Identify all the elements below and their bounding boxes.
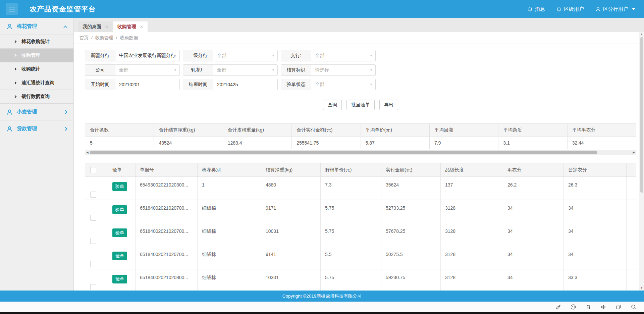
sidebar-item-cotton-purchase-stats[interactable]: 棉花收购统计 <box>0 35 73 49</box>
column-header: 结算净重(kg) <box>261 163 321 177</box>
table-row: 验单 65184002021020700... 细绒棉 10031 5.75 5… <box>85 223 636 246</box>
doc-no-cell: 65493002021020300... <box>136 177 198 200</box>
messages-nav[interactable]: 消息 <box>528 6 545 12</box>
settle-flag-select[interactable]: 请选择 <box>311 65 375 75</box>
column-header: 验单 <box>108 163 136 177</box>
row-checkbox[interactable] <box>90 284 96 290</box>
sub-branch-select[interactable]: 全部 <box>311 50 375 61</box>
trash-icon[interactable] <box>585 304 591 310</box>
close-icon[interactable]: ✕ <box>140 24 143 29</box>
filter-verify-status: 验单状态 全部 <box>281 79 376 90</box>
table-row: 验单 65184002021020700... 细绒棉 9171 5.75 52… <box>85 200 636 223</box>
current-user-menu[interactable]: 区分行用户 <box>595 6 635 12</box>
sidebar-group-label: 贷款管理 <box>17 125 37 132</box>
export-button[interactable]: 导出 <box>379 100 398 110</box>
filter-sub-branch: 支行: 全部 <box>281 50 376 61</box>
chevron-right-icon <box>14 95 16 98</box>
performance-icon[interactable] <box>570 304 576 310</box>
sidebar-item-purchase-management[interactable]: 收购管理 <box>0 49 73 62</box>
doc-no-cell: 65184002021020700... <box>136 246 198 269</box>
select-all-checkbox[interactable] <box>90 167 96 173</box>
breadcrumb-home[interactable]: 首页 <box>79 35 89 41</box>
user-icon <box>7 109 12 115</box>
lint-pct-cell: 34 <box>503 246 564 269</box>
scrollbar-thumb[interactable] <box>640 37 643 193</box>
chevron-right-icon <box>14 68 16 70</box>
second-branch-select[interactable]: 全部 <box>213 50 277 61</box>
filter-row-2: 公司 全部 轧花厂 全部 结算标识 请选择 <box>85 64 636 76</box>
breadcrumb-section[interactable]: 收购管理 <box>95 35 113 41</box>
cotton-type-cell: 细绒棉 <box>198 246 261 269</box>
sidebar-item-label: 棉花收购统计 <box>21 39 50 45</box>
sidebar-item-shuitong-stats-query[interactable]: 速汇通统计查询 <box>0 76 73 90</box>
sidebar-item-purchase-stats[interactable]: 收购统计 <box>0 62 73 76</box>
verify-button[interactable]: 验单 <box>112 205 127 214</box>
summary-value: 255541.75 <box>292 137 361 149</box>
copyright-text: Copyright ©2019新疆鼎博科技有限公司 <box>282 293 362 299</box>
rocket-icon[interactable] <box>555 304 561 310</box>
tab-purchase-management[interactable]: 收购管理 ✕ <box>113 21 148 32</box>
row-checkbox[interactable] <box>90 192 96 198</box>
menu-toggle-icon[interactable] <box>6 3 18 15</box>
filter-label: 支行: <box>281 50 311 61</box>
official-pct-cell: 26.3 <box>564 177 627 200</box>
sidebar-group-cotton[interactable]: 棉花管理 <box>0 18 73 35</box>
tab-label: 收购管理 <box>117 24 136 30</box>
scroll-right-icon[interactable]: ▶ <box>631 151 636 154</box>
sidebar-group-label: 棉花管理 <box>17 23 37 30</box>
row-checkbox[interactable] <box>90 238 96 244</box>
verify-button[interactable]: 验单 <box>112 228 127 237</box>
scroll-down-icon[interactable]: ▼ <box>640 286 643 291</box>
filter-gin-factory: 轧花厂 全部 <box>183 64 278 76</box>
lint-pct-cell: 26.2 <box>503 177 564 200</box>
sidebar-group-loan[interactable]: 贷款管理 <box>0 120 73 137</box>
verify-status-select[interactable]: 全部 <box>311 79 375 90</box>
filter-row-1: 新疆分行 中国农业发展银行新疆分行 二级分行 全部 支行: 全部 <box>85 50 636 61</box>
footer: Copyright ©2019新疆鼎博科技有限公司 <box>0 291 644 302</box>
summary-value: 43524 <box>154 137 223 149</box>
column-header: 棉花类别 <box>198 163 261 177</box>
column-header: 品级长度 <box>441 163 503 177</box>
filter-settle-flag: 结算标识 请选择 <box>281 64 376 76</box>
gin-factory-select[interactable]: 全部 <box>213 65 277 75</box>
district-user-nav[interactable]: 区级用户 <box>556 6 584 12</box>
paid-amount-cell: 35624 <box>381 177 441 200</box>
summary-header: 平均杂质 <box>498 124 567 137</box>
company-select[interactable]: 全部 <box>115 65 179 75</box>
row-checkbox[interactable] <box>90 261 96 267</box>
sidebar-item-bank-data-query[interactable]: 银行数据查询 <box>0 90 73 104</box>
verify-button[interactable]: 验单 <box>112 275 127 283</box>
top-header: 农产品资金监管平台 消息 区级用户 区分行用户 <box>0 0 644 18</box>
end-time-input[interactable]: 20210425 <box>213 79 277 90</box>
scroll-up-icon[interactable]: ▲ <box>640 32 643 37</box>
tab-my-desktop[interactable]: 我的桌面 ✕ <box>78 21 113 32</box>
scrollbar-thumb[interactable] <box>90 151 597 154</box>
table-row: 验单 65184002021020700... 细绒棉 9141 5.5 502… <box>85 246 636 269</box>
row-checkbox[interactable] <box>90 215 96 221</box>
purchase-table: 验单 单据号 棉花类别 结算净重(kg) 籽棉单价(元) 实付金额(元) 品级长… <box>85 163 636 291</box>
close-icon[interactable]: ✕ <box>105 24 108 29</box>
action-buttons: 查询 批量验单 导出 <box>85 100 636 110</box>
vertical-scrollbar[interactable]: ▲ ▼ <box>639 32 644 291</box>
seed-price-cell: 5.75 <box>321 200 381 223</box>
cotton-type-cell: 细绒棉 <box>198 223 261 246</box>
grade-length-cell: 137 <box>441 177 503 200</box>
summary-value: 32.44 <box>567 137 636 149</box>
start-time-input[interactable]: 20210201 <box>115 79 179 90</box>
horizontal-scrollbar[interactable]: ◀ ▶ <box>85 150 636 155</box>
user-icon <box>7 23 12 30</box>
header-nav: 消息 区级用户 区分行用户 <box>528 6 635 12</box>
chevron-right-icon <box>63 110 67 114</box>
branch-select[interactable]: 中国农业发展银行新疆分行 <box>115 50 179 61</box>
official-pct-cell: 34 <box>564 200 627 223</box>
verify-button[interactable]: 验单 <box>112 252 127 260</box>
search-icon[interactable] <box>631 304 637 310</box>
window-icon[interactable] <box>615 304 622 310</box>
verify-button[interactable]: 验单 <box>112 182 127 191</box>
query-button[interactable]: 查询 <box>323 100 342 110</box>
volume-icon[interactable] <box>600 304 606 310</box>
scroll-left-icon[interactable]: ◀ <box>85 151 90 154</box>
batch-verify-button[interactable]: 批量验单 <box>346 100 375 110</box>
sidebar-group-wheat[interactable]: 小麦管理 <box>0 104 73 120</box>
summary-table: 合计条数 合计结算净重(kg) 合计皮棉重量(kg) 合计实付金额(元) 平均单… <box>85 123 636 149</box>
